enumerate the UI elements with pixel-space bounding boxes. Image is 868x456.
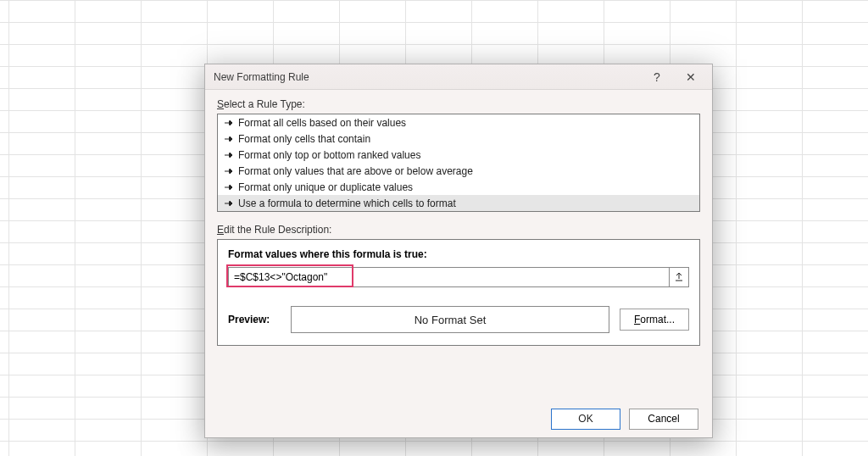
rule-type-label: Format only unique or duplicate values — [238, 181, 413, 193]
select-rule-type-label: Select a Rule Type: — [217, 98, 700, 110]
bullet-arrow-icon — [223, 198, 234, 209]
collapse-dialog-button[interactable] — [669, 267, 689, 287]
formula-row: =$C$13<>"Octagon" — [228, 267, 689, 287]
cancel-button[interactable]: Cancel — [629, 409, 698, 430]
rule-type-item[interactable]: Use a formula to determine which cells t… — [218, 195, 699, 211]
formula-input[interactable]: =$C$13<>"Octagon" — [228, 267, 669, 287]
dialog-body: Select a Rule Type: Format all cells bas… — [205, 90, 712, 356]
rule-type-item[interactable]: Format only values that are above or bel… — [218, 163, 699, 179]
rule-type-item[interactable]: Format only top or bottom ranked values — [218, 147, 699, 163]
ok-button[interactable]: OK — [551, 409, 620, 430]
dialog-title: New Formatting Rule — [214, 71, 639, 83]
preview-label: Preview: — [228, 314, 281, 325]
preview-box: No Format Set — [291, 306, 609, 333]
preview-row: Preview: No Format Set Format... — [228, 306, 689, 333]
rule-type-label: Use a formula to determine which cells t… — [238, 197, 456, 209]
bullet-arrow-icon — [223, 134, 234, 144]
rule-type-label: Format only top or bottom ranked values — [238, 149, 420, 161]
rule-type-label: Format only cells that contain — [238, 133, 370, 145]
rule-type-item[interactable]: Format only unique or duplicate values — [218, 179, 699, 195]
format-button[interactable]: Format... — [620, 309, 689, 331]
formula-heading: Format values where this formula is true… — [228, 248, 689, 260]
rule-type-item[interactable]: Format all cells based on their values — [218, 114, 699, 131]
help-button[interactable]: ? — [641, 67, 673, 87]
rule-type-label: Format all cells based on their values — [238, 117, 406, 129]
bullet-arrow-icon — [223, 150, 234, 160]
dialog-titlebar: New Formatting Rule ? ✕ — [205, 64, 712, 90]
rule-description-box: Format values where this formula is true… — [217, 239, 700, 346]
bullet-arrow-icon — [223, 182, 234, 192]
bullet-arrow-icon — [223, 166, 234, 176]
edit-rule-description-label: Edit the Rule Description: — [217, 224, 700, 236]
rule-type-item[interactable]: Format only cells that contain — [218, 131, 699, 147]
close-button[interactable]: ✕ — [675, 67, 707, 87]
dialog-footer: OK Cancel — [205, 400, 712, 437]
reference-arrow-icon — [674, 272, 684, 282]
bullet-arrow-icon — [223, 118, 234, 128]
new-formatting-rule-dialog: New Formatting Rule ? ✕ Select a Rule Ty… — [204, 64, 713, 438]
rule-type-label: Format only values that are above or bel… — [238, 165, 473, 177]
rule-type-list[interactable]: Format all cells based on their valuesFo… — [217, 114, 700, 212]
